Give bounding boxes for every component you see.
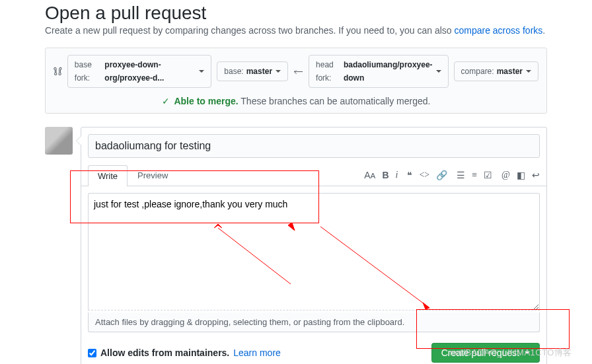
merge-message: These branches can be automatically merg… [240,96,430,106]
compare-bar: base fork: proxyee-down-org/proxyee-d...… [45,48,547,114]
pr-editor: Write Preview AA B i ❝ <> 🔗 ☰ ≡ [81,127,547,364]
watermark: .net/BADAO_LIUMA1CTO博客 [447,347,572,359]
compare-forks-link[interactable]: compare across forks [454,25,542,36]
ol-icon[interactable]: ≡ [472,170,477,181]
bold-icon[interactable]: B [382,170,388,180]
attach-hint[interactable]: Attach files by dragging & dropping, sel… [88,312,540,332]
merge-status: ✓ Able to merge. These branches can be a… [54,96,538,106]
git-compare-icon [54,66,62,77]
code-icon[interactable]: <> [419,170,429,181]
pr-body-textarea[interactable]: just for test ,please ignore,thank you v… [88,193,540,310]
base-branch-select[interactable]: base: master [217,61,288,81]
base-fork-select[interactable]: base fork: proxyee-down-org/proxyee-d... [67,55,212,88]
page-subtitle: Create a new pull request by comparing c… [45,25,547,36]
quote-icon[interactable]: ❝ [407,170,412,181]
avatar [45,127,73,155]
reply-icon[interactable]: ↩ [532,170,540,181]
tab-write[interactable]: Write [88,165,128,186]
tab-preview[interactable]: Preview [128,164,178,186]
arrow-left-icon: 🡐 [293,66,303,77]
task-icon[interactable]: ☑ [484,170,492,181]
text-size-icon[interactable]: AA [364,170,375,180]
md-toolbar: AA B i ❝ <> 🔗 ☰ ≡ ☑ @ [364,170,540,181]
ul-icon[interactable]: ☰ [457,170,465,181]
compare-branch-select[interactable]: compare: master [454,61,538,81]
editor-tabs: Write Preview AA B i ❝ <> 🔗 ☰ ≡ [81,164,546,186]
subtitle-post: . [542,25,545,36]
italic-icon[interactable]: i [396,170,398,180]
merge-ok-text: Able to merge. [174,96,238,106]
mention-icon[interactable]: @ [501,170,510,181]
head-fork-select[interactable]: head fork: badaoliumang/proxyee-down [309,55,449,88]
learn-more-link[interactable]: Learn more [233,347,281,358]
allow-edits-label: Allow edits from maintainers. [100,347,229,358]
subtitle-text: Create a new pull request by comparing c… [45,25,454,36]
pr-title-input[interactable] [88,134,540,158]
check-icon: ✓ [162,96,170,106]
reference-icon[interactable]: ◧ [517,170,525,181]
allow-edits-checkbox[interactable] [88,349,96,357]
page-title: Open a pull request [45,3,547,24]
link-icon[interactable]: 🔗 [436,170,447,181]
